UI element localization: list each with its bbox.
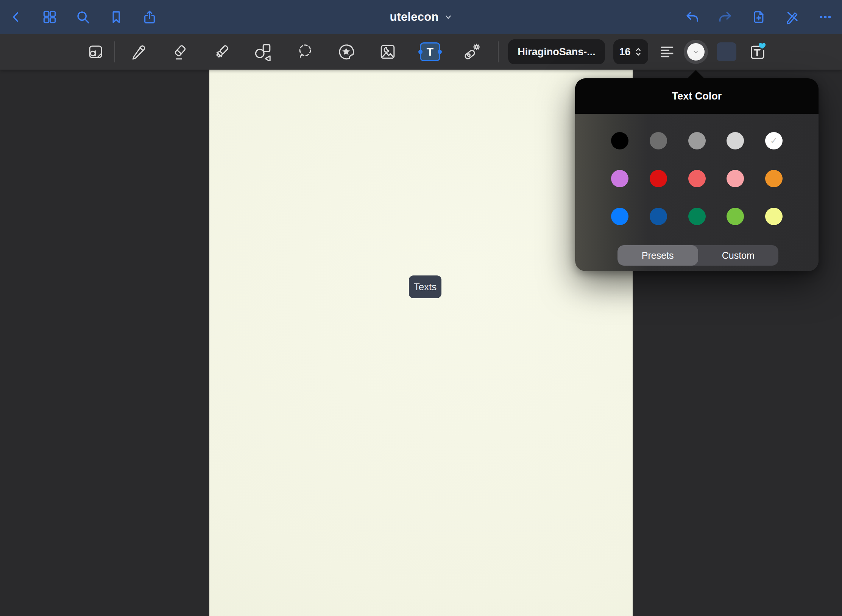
text-color-current-swatch	[687, 43, 705, 61]
image-tool-button[interactable]	[377, 40, 398, 64]
notes-app-window: { "theme": { "top_bar_bg": "#2d3c55", "t…	[0, 0, 842, 616]
color-swatch[interactable]	[650, 208, 667, 225]
stepper-chevrons-icon	[634, 47, 642, 57]
color-swatch[interactable]	[611, 208, 628, 225]
shapes-icon	[253, 42, 272, 61]
tools-toolbar: T HiraginoSans-... 16	[0, 34, 842, 70]
color-swatch[interactable]	[688, 132, 706, 149]
top-navigation-bar: utelecon	[0, 0, 842, 34]
font-size-stepper[interactable]: 16	[613, 39, 648, 64]
font-size-value: 16	[619, 46, 630, 58]
highlighter-tool-button[interactable]	[211, 40, 232, 64]
check-icon: ✓	[770, 136, 778, 145]
swatch-row	[611, 208, 783, 225]
lasso-tool-button[interactable]	[295, 40, 316, 64]
document-title-group[interactable]: utelecon	[0, 0, 842, 34]
lasso-icon	[296, 43, 314, 61]
font-family-label: HiraginoSans-...	[518, 46, 596, 58]
color-swatch[interactable]	[688, 170, 706, 187]
color-swatch[interactable]	[650, 132, 667, 149]
pen-tool-button[interactable]	[128, 40, 149, 64]
font-family-button[interactable]: HiraginoSans-...	[508, 39, 605, 64]
color-mode-segmented-control: Presets Custom	[617, 245, 778, 266]
highlighter-icon	[213, 43, 231, 61]
chevron-down-icon	[692, 48, 699, 55]
canvas-text-object[interactable]: Texts	[409, 275, 441, 298]
elements-icon	[337, 42, 356, 61]
page-text-icon	[86, 43, 104, 61]
favorite-text-style-icon	[747, 42, 767, 62]
elements-tool-button[interactable]	[336, 40, 357, 64]
color-swatch[interactable]	[611, 170, 628, 187]
text-tool-button-active[interactable]: T	[420, 42, 440, 61]
text-align-button[interactable]	[656, 40, 678, 64]
align-left-icon	[658, 43, 676, 61]
color-swatch[interactable]	[688, 208, 706, 225]
swatch-row: ✓	[611, 132, 783, 149]
popover-arrow	[687, 70, 705, 79]
tool-handle-right	[438, 50, 442, 54]
color-swatch[interactable]	[727, 170, 744, 187]
eraser-tool-button[interactable]	[169, 40, 190, 64]
color-swatch[interactable]	[650, 170, 667, 187]
popover-title: Text Color	[672, 90, 722, 102]
shapes-tool-button[interactable]	[252, 40, 273, 64]
toolbar-separator	[114, 41, 115, 62]
text-color-button[interactable]	[684, 40, 708, 64]
document-title[interactable]: utelecon	[390, 10, 438, 24]
color-swatch[interactable]	[611, 132, 628, 149]
text-tool-icon: T	[427, 45, 433, 58]
image-icon	[379, 43, 397, 61]
swatch-row	[611, 170, 783, 187]
canvas-text-label: Texts	[414, 281, 437, 293]
laser-pointer-icon	[462, 42, 481, 61]
toolbar-separator	[498, 41, 499, 62]
tool-handle-left	[418, 50, 423, 54]
text-color-popover: Text Color ✓ Presets Custom	[575, 78, 819, 271]
color-swatch-grid: ✓	[575, 114, 819, 225]
segment-custom[interactable]: Custom	[698, 245, 779, 266]
eraser-icon	[171, 43, 189, 61]
note-page-canvas[interactable]	[209, 70, 633, 616]
chevron-down-icon	[444, 13, 452, 21]
pen-icon	[129, 43, 148, 61]
color-swatch[interactable]	[727, 132, 744, 149]
color-swatch[interactable]: ✓	[765, 132, 783, 149]
inactive-style-swatch	[717, 42, 736, 61]
popover-header: Text Color	[575, 78, 819, 114]
page-text-mode-button[interactable]	[85, 40, 106, 64]
color-swatch[interactable]	[727, 208, 744, 225]
favorite-text-style-button[interactable]	[747, 40, 768, 64]
laser-pointer-tool-button[interactable]	[461, 40, 482, 64]
segment-presets[interactable]: Presets	[617, 245, 698, 266]
color-swatch[interactable]	[765, 208, 783, 225]
color-swatch[interactable]	[765, 170, 783, 187]
